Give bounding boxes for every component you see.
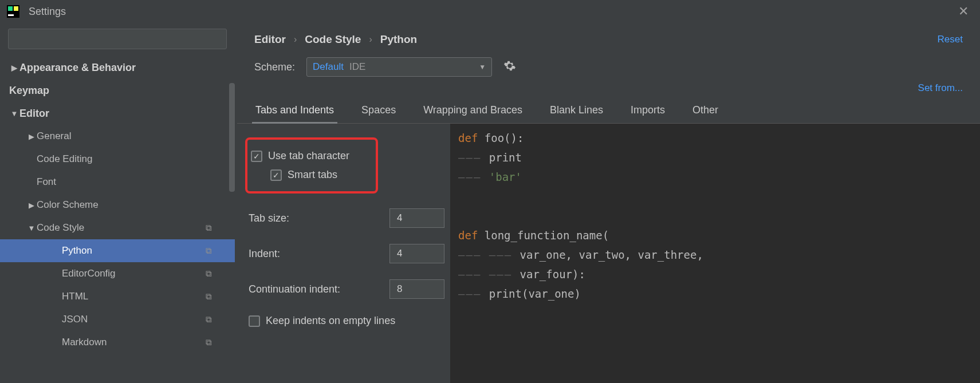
gear-icon[interactable] <box>503 60 516 75</box>
scheme-label: Scheme: <box>254 61 295 73</box>
breadcrumb-part: Editor <box>254 33 286 46</box>
tab-spaces[interactable]: Spaces <box>360 104 397 123</box>
breadcrumb-part: Code Style <box>305 33 361 46</box>
scheme-override-icon: ⧉ <box>206 246 212 256</box>
expand-arrow-icon: ▼ <box>26 224 37 232</box>
tree-item-label: Color Scheme <box>37 199 99 211</box>
code-preview: def foo(): ——— print ——— 'bar' def long_… <box>450 124 980 383</box>
expand-arrow-icon: ▶ <box>9 64 19 72</box>
use-tab-char-label: Use tab character <box>268 150 349 162</box>
breadcrumb-sep: › <box>294 34 297 45</box>
window-title: Settings <box>29 6 66 18</box>
tree-item-label: Markdown <box>62 337 107 348</box>
scrollbar-thumb[interactable] <box>229 83 235 192</box>
tab-imports[interactable]: Imports <box>629 104 666 123</box>
svg-rect-1 <box>8 6 13 11</box>
continuation-indent-input[interactable] <box>389 279 444 299</box>
scheme-override-icon: ⧉ <box>206 291 212 302</box>
tree-item-label: Code Style <box>37 222 84 234</box>
settings-tree: ▶Appearance & BehaviorKeymap▼Editor▶Gene… <box>0 54 235 383</box>
sidebar: ▶Appearance & BehaviorKeymap▼Editor▶Gene… <box>0 23 235 383</box>
indent-input[interactable] <box>389 244 444 263</box>
continuation-indent-label: Continuation indent: <box>249 283 384 295</box>
expand-arrow-icon: ▶ <box>26 132 37 141</box>
breadcrumb-sep: › <box>369 34 372 45</box>
tree-item-keymap[interactable]: Keymap <box>0 79 235 102</box>
scheme-value-secondary: IDE <box>349 61 365 73</box>
keep-indents-empty-label: Keep indents on empty lines <box>266 315 395 327</box>
smart-tabs-checkbox[interactable]: ✓ <box>270 169 282 181</box>
smart-tabs-label: Smart tabs <box>288 169 337 181</box>
use-tab-char-checkbox[interactable]: ✓ <box>251 151 262 162</box>
scheme-override-icon: ⧉ <box>206 269 212 279</box>
scheme-override-icon: ⧉ <box>206 337 212 348</box>
svg-rect-2 <box>14 6 18 11</box>
tab-other[interactable]: Other <box>691 104 719 123</box>
scheme-value-primary: Default <box>313 61 344 73</box>
tree-item-font[interactable]: Font <box>0 171 235 194</box>
titlebar: Settings ✕ <box>0 0 980 23</box>
breadcrumb: Editor › Code Style › Python <box>254 33 417 46</box>
keep-indents-empty-checkbox[interactable] <box>249 315 260 327</box>
breadcrumb-part: Python <box>380 33 417 46</box>
tree-item-label: Python <box>62 245 92 256</box>
tree-item-label: Editor <box>19 108 49 120</box>
tree-item-json[interactable]: JSON⧉ <box>0 308 235 331</box>
tree-item-general[interactable]: ▶General <box>0 125 235 148</box>
tree-item-editorconfig[interactable]: EditorConfig⧉ <box>0 262 235 285</box>
tree-item-python[interactable]: Python⧉ <box>0 239 235 262</box>
close-icon[interactable]: ✕ <box>954 2 973 21</box>
tree-item-label: JSON <box>62 314 88 325</box>
tree-item-appearance-behavior[interactable]: ▶Appearance & Behavior <box>0 56 235 79</box>
tree-item-label: Code Editing <box>37 153 92 165</box>
chevron-down-icon: ▼ <box>479 63 486 71</box>
tree-item-editor[interactable]: ▼Editor <box>0 102 235 125</box>
search-input[interactable] <box>8 29 227 49</box>
content-area: Editor › Code Style › Python Reset Schem… <box>235 23 980 383</box>
expand-arrow-icon: ▶ <box>26 201 37 210</box>
tabbar: Tabs and IndentsSpacesWrapping and Brace… <box>237 94 980 124</box>
tab-blank-lines[interactable]: Blank Lines <box>549 104 604 123</box>
indent-label: Indent: <box>249 248 384 260</box>
tab-size-label: Tab size: <box>249 212 384 224</box>
tree-item-html[interactable]: HTML⧉ <box>0 285 235 308</box>
expand-arrow-icon: ▼ <box>9 109 19 118</box>
tab-size-input[interactable] <box>389 208 444 228</box>
tree-item-code-style[interactable]: ▼Code Style⧉ <box>0 216 235 239</box>
reset-link[interactable]: Reset <box>938 34 963 45</box>
tab-tabs-and-indents[interactable]: Tabs and Indents <box>254 104 335 123</box>
app-icon <box>7 5 19 18</box>
tree-item-markdown[interactable]: Markdown⧉ <box>0 331 235 354</box>
set-from-link[interactable]: Set from... <box>918 82 963 94</box>
tree-item-label: Keymap <box>9 85 49 97</box>
scheme-select[interactable]: Default IDE ▼ <box>306 57 492 77</box>
tree-item-label: Font <box>37 176 56 188</box>
indent-settings-panel: ✓ Use tab character ✓ Smart tabs Tab siz… <box>237 124 450 383</box>
tree-item-label: Appearance & Behavior <box>19 62 136 74</box>
tree-item-color-scheme[interactable]: ▶Color Scheme <box>0 194 235 216</box>
scheme-override-icon: ⧉ <box>206 314 212 325</box>
tree-item-label: EditorConfig <box>62 268 116 279</box>
svg-rect-3 <box>8 14 14 16</box>
tree-item-label: HTML <box>62 291 88 302</box>
tree-item-code-editing[interactable]: Code Editing <box>0 148 235 171</box>
tree-item-label: General <box>37 131 71 142</box>
highlight-annotation: ✓ Use tab character ✓ Smart tabs <box>245 137 378 194</box>
tab-wrapping-and-braces[interactable]: Wrapping and Braces <box>422 104 524 123</box>
scheme-override-icon: ⧉ <box>206 223 212 233</box>
